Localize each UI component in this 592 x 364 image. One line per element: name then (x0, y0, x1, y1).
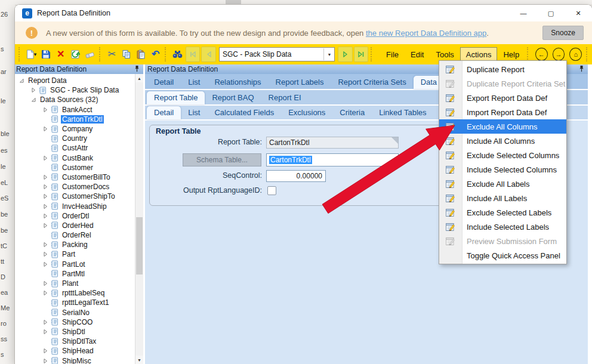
menu-item-exclude-all-columns[interactable]: Exclude All Columns (439, 119, 566, 134)
collapse-icon[interactable] (18, 78, 24, 84)
scroll-up-icon[interactable]: ▲ (135, 74, 143, 82)
refresh-button[interactable] (68, 47, 82, 62)
tree-item-custbank[interactable]: CustBank (15, 153, 135, 163)
menu-item-include-selected-columns[interactable]: Include Selected Columns (439, 162, 566, 177)
expand-icon[interactable] (42, 290, 48, 296)
expand-icon[interactable] (42, 193, 48, 199)
tree-item-custattr[interactable]: CustAttr (15, 143, 135, 153)
expand-icon[interactable] (42, 203, 48, 209)
tab-report-labels[interactable]: Report Labels (269, 76, 331, 89)
tab-report-criteria-sets[interactable]: Report Criteria Sets (331, 76, 413, 89)
tree-item-bankacct[interactable]: BankAcct (15, 105, 135, 115)
tab-detail[interactable]: Detail (147, 76, 181, 89)
save-button[interactable] (39, 47, 53, 62)
output-rptlanguageid-checkbox[interactable] (267, 186, 276, 195)
menu-item-duplicate-report[interactable]: Duplicate Report (439, 62, 566, 76)
toolbar-grip[interactable] (18, 47, 23, 61)
pin-icon[interactable] (578, 65, 585, 74)
tab-report-table[interactable]: Report Table (147, 91, 205, 104)
snooze-button[interactable]: Snooze (542, 26, 584, 40)
collapse-icon[interactable] (30, 97, 36, 103)
undo-button[interactable]: ↶ (149, 47, 163, 62)
toolbar-grip[interactable] (165, 47, 169, 61)
menu-item-export-report-data-def[interactable]: Export Report Data Def (439, 91, 566, 105)
tree-item-partmtl[interactable]: PartMtl (15, 269, 135, 279)
paste-button[interactable] (134, 47, 148, 62)
menu-item-exclude-selected-columns[interactable]: Exclude Selected Columns (439, 148, 566, 162)
expand-icon[interactable] (42, 223, 48, 229)
scrollbar-thumb[interactable] (136, 217, 143, 274)
tree-item-cartontrkdtl[interactable]: CartonTrkDtl (15, 115, 135, 124)
tree-item-country[interactable]: Country (15, 134, 135, 143)
tree-item-shiphead[interactable]: ShipHead (15, 346, 135, 356)
menu-item-include-all-columns[interactable]: Include All Columns (439, 134, 566, 148)
menubar-help[interactable]: Help (497, 47, 525, 62)
record-last-button[interactable] (354, 47, 369, 62)
pin-icon[interactable] (134, 65, 140, 74)
tree-item-customershipto[interactable]: CustomerShipTo (15, 192, 135, 201)
tree-item-shipdtltax[interactable]: ShipDtlTax (15, 337, 135, 346)
tree-item-customerbillto[interactable]: CustomerBillTo (15, 172, 135, 182)
tab-list[interactable]: List (181, 76, 207, 89)
seqcontrol-field[interactable]: 0.00000 (266, 170, 326, 182)
tree-item-plant[interactable]: Plant (15, 279, 135, 288)
toolbar-grip[interactable] (99, 47, 103, 61)
menubar-tools[interactable]: Tools (430, 47, 460, 62)
expand-icon[interactable] (42, 261, 48, 267)
tab-criteria[interactable]: Criteria (332, 106, 372, 119)
tree-item-shipcoo[interactable]: ShipCOO (15, 317, 135, 327)
search-button[interactable] (171, 47, 185, 62)
tree-item-orderhed[interactable]: OrderHed (15, 221, 135, 230)
new-app-link[interactable]: the new Report Data Definition app (366, 29, 486, 38)
tree-item-part[interactable]: Part (15, 249, 135, 259)
schema-table-button[interactable]: Schema Table... (183, 153, 261, 166)
minimize-button[interactable]: — (510, 5, 537, 21)
expand-icon[interactable] (30, 87, 36, 93)
tab-linked-tables[interactable]: Linked Tables (372, 106, 433, 119)
expand-icon[interactable] (42, 155, 48, 161)
expand-icon[interactable] (42, 174, 48, 180)
tree-item-rptttlabelseq[interactable]: rptttLabelSeq (15, 288, 135, 298)
tree-item-customerdocs[interactable]: CustomerDocs (15, 182, 135, 192)
toolbar-grip[interactable] (527, 47, 531, 61)
forward-button[interactable]: → (553, 48, 565, 61)
tab-report-ei[interactable]: Report EI (261, 91, 309, 104)
tree-item-rptttlegaltext1[interactable]: rptttLegalText1 (15, 298, 135, 307)
menu-item-exclude-all-labels[interactable]: Exclude All Labels (439, 177, 566, 191)
tree-item-sgc - pack slip data[interactable]: SGC - Pack Slip Data (15, 85, 135, 95)
record-previous-button[interactable] (201, 47, 216, 62)
tree-item-packing[interactable]: Packing (15, 240, 135, 249)
tree-item-report data[interactable]: Report Data (15, 76, 135, 85)
tree-scrollbar[interactable]: ▲ ▼ (135, 74, 143, 364)
tree-item-customer[interactable]: Customer (15, 163, 135, 172)
menubar-edit[interactable]: Edit (405, 47, 430, 62)
expand-icon[interactable] (42, 329, 48, 335)
menu-item-include-selected-labels[interactable]: Include Selected Labels (439, 220, 566, 234)
clear-button[interactable] (82, 47, 97, 62)
menu-item-include-all-labels[interactable]: Include All Labels (439, 191, 566, 205)
expand-icon[interactable] (42, 184, 48, 190)
tree-item-data sources (32)[interactable]: Data Sources (32) (15, 95, 135, 104)
back-button[interactable]: ← (535, 48, 548, 61)
tree-item-company[interactable]: Company (15, 124, 135, 134)
expand-icon[interactable] (42, 348, 48, 354)
menubar-actions[interactable]: Actions (460, 47, 498, 62)
expand-icon[interactable] (42, 251, 48, 257)
tab-exclusions[interactable]: Exclusions (281, 106, 332, 119)
expand-icon[interactable] (42, 319, 48, 325)
toolbar-grip[interactable] (586, 47, 590, 61)
record-next-button[interactable] (338, 47, 353, 62)
report-table-field[interactable]: CartonTrkDtl (266, 137, 399, 149)
scroll-down-icon[interactable]: ▼ (135, 356, 143, 364)
menu-item-import-report-data-def[interactable]: Import Report Data Def (439, 105, 566, 119)
record-first-button[interactable] (186, 47, 201, 62)
combo-dropdown-icon[interactable]: ▼ (323, 48, 334, 60)
toolbar-grip[interactable] (371, 47, 375, 61)
expand-icon[interactable] (42, 358, 48, 364)
expand-icon[interactable] (42, 107, 48, 113)
expand-icon[interactable] (42, 213, 48, 219)
expand-icon[interactable] (42, 126, 48, 132)
expand-icon[interactable] (42, 242, 48, 248)
expand-icon[interactable] (42, 280, 48, 286)
menu-item-toggle-quick-access-panel[interactable]: Toggle Quick Access Panel (439, 248, 566, 263)
